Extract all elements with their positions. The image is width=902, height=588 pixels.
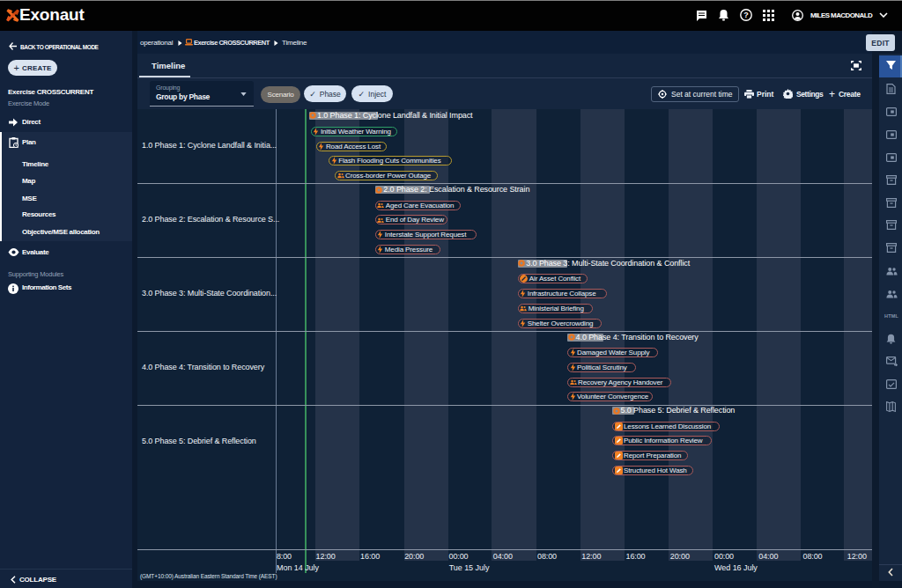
svg-text:?: ? — [743, 11, 749, 19]
